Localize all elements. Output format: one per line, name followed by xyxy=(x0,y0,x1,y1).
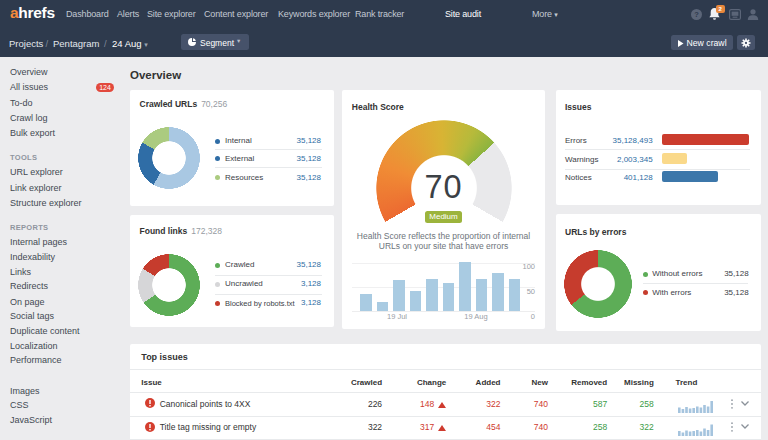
svg-text:?: ? xyxy=(694,10,699,19)
